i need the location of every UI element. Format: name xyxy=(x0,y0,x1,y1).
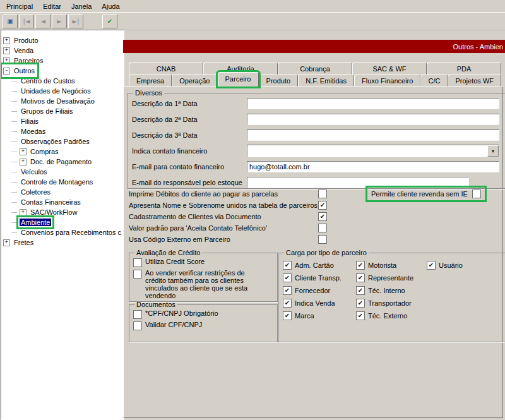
menu-item-ajuda[interactable]: Ajuda xyxy=(97,1,124,11)
check-item: *CPF/CNPJ Obrigatório xyxy=(133,309,273,319)
carga-columns: ✔Adm. Cartão✔Cliente Transp.✔Fornecedor✔… xyxy=(283,258,505,322)
checkbox-label: Usuário xyxy=(439,261,463,269)
input-e-mail-do-responsavel-pelo-estoque[interactable] xyxy=(247,177,469,188)
tree-item-doc-de-pagamento[interactable]: +Doc. de Pagamento xyxy=(3,157,93,167)
tree-item-outros[interactable]: -Outros xyxy=(3,66,36,76)
tree-item-label: Centro de Custos xyxy=(20,77,76,85)
checkbox-label: Adm. Cartão xyxy=(295,261,334,269)
menu-item-principal[interactable]: Principal xyxy=(1,1,38,11)
checkbox-imprime-debitos-do-cliente-ao-pagar-as-parcelas[interactable] xyxy=(318,189,327,198)
checkbox-adm-cartao[interactable]: ✔ xyxy=(283,261,292,270)
tab-operacao[interactable]: Operação xyxy=(172,75,217,87)
last-record-button[interactable]: ►| xyxy=(68,15,83,28)
tree-connector xyxy=(11,91,17,92)
menu-item-editar[interactable]: Editar xyxy=(38,1,66,11)
expand-icon[interactable]: + xyxy=(20,159,27,165)
checkbox-tec-externo[interactable]: ✔ xyxy=(356,311,365,320)
tab-projetos-wf[interactable]: Projetos WF xyxy=(448,75,501,87)
checkbox-transportador[interactable]: ✔ xyxy=(356,299,365,308)
tree-item-centro-de-custos[interactable]: Centro de Custos xyxy=(3,76,76,86)
tree-item-ambiente[interactable]: Ambiente xyxy=(3,217,51,227)
input-descricao-da-1-data[interactable] xyxy=(247,98,499,109)
tree-item-veiculos[interactable]: Veículos xyxy=(3,167,49,177)
first-record-button[interactable]: |◄ xyxy=(19,15,34,28)
tree-item-label: Moedas xyxy=(20,128,47,135)
checkbox-motorista[interactable]: ✔ xyxy=(356,261,365,270)
new-record-button[interactable]: ▣ xyxy=(3,15,18,28)
tab-sac-wf[interactable]: SAC & WF xyxy=(352,63,427,75)
combo-input[interactable] xyxy=(247,145,487,157)
menu-item-janela[interactable]: Janela xyxy=(66,1,97,11)
checkbox-indica-venda[interactable]: ✔ xyxy=(283,299,292,308)
checkbox-label: Transportador xyxy=(368,299,412,307)
checkbox-usuario[interactable]: ✔ xyxy=(427,261,436,270)
tree-item-convenios-para-recebimentos-c[interactable]: Convenios para Recebimentos c xyxy=(3,227,122,237)
tab-c-c[interactable]: C/C xyxy=(420,75,448,87)
expand-icon[interactable]: + xyxy=(3,47,10,54)
tree-item-motivos-de-desativacao[interactable]: Motivos de Desativação xyxy=(3,96,96,106)
tree-item-venda[interactable]: +Venda xyxy=(3,45,35,56)
tree-item-moedas[interactable]: Moedas xyxy=(3,126,47,136)
tree-item-produto[interactable]: +Produto xyxy=(3,35,40,45)
expand-icon[interactable]: + xyxy=(20,209,27,216)
dropdown-arrow-icon[interactable]: ▼ xyxy=(487,145,499,157)
tree-item-coletores[interactable]: Coletores xyxy=(3,187,52,197)
field-label: Descrição da 2ª Data xyxy=(132,116,247,123)
checkbox-cadastramento-de-clientes-via-documento[interactable]: ✔ xyxy=(318,212,327,221)
tree-item-contas-financeiras[interactable]: Contas Financeiras xyxy=(3,197,82,207)
input-descricao-da-2-data[interactable] xyxy=(247,114,499,125)
tab-row-front: EmpresaOperaçãoParceiroProdutoN.F. Emiti… xyxy=(129,75,501,87)
check-item: ✔Téc. Externo xyxy=(356,309,427,322)
checkbox-fornecedor[interactable]: ✔ xyxy=(283,286,292,295)
confirm-button[interactable]: ✔ xyxy=(102,15,117,28)
tab-parceiro[interactable]: Parceiro xyxy=(218,72,259,87)
tab-fluxo-financeiro[interactable]: Fluxo Financeiro xyxy=(354,75,420,87)
tree-item-controle-de-montagens[interactable]: Controle de Montagens xyxy=(3,177,94,187)
prior-record-button[interactable]: ◄ xyxy=(35,15,50,28)
input-e-mail-para-contato-financeiro[interactable] xyxy=(247,161,499,172)
expand-icon[interactable]: + xyxy=(3,37,10,44)
tab-pda[interactable]: PDA xyxy=(427,63,501,75)
checkbox-ao-vender-verificar-restricoes-de-credito-tambem-para-os-clientes-vinculados-ao-cliente-que-se-esta-vendendo[interactable] xyxy=(133,270,142,279)
main-panel: Outros - Ambien CNABAuditoriaCobrançaSAC… xyxy=(121,30,505,420)
tree-item-grupos-de-filiais[interactable]: Grupos de Filiais xyxy=(3,106,74,116)
combo-indica-contato-financeiro[interactable]: ▼ xyxy=(247,145,499,157)
collapse-icon[interactable]: - xyxy=(3,68,10,75)
tree-item-unidades-de-negocios[interactable]: Unidades de Negócios xyxy=(3,86,92,96)
option-row: Valor padrão para 'Aceita Contato Telefô… xyxy=(129,222,499,233)
tree-item-compras[interactable]: +Compras xyxy=(3,147,60,157)
checkbox-apresenta-nome-e-sobrenome-unidos-na-tabela-de-parceiros[interactable]: ✔ xyxy=(318,201,327,210)
expand-icon[interactable]: + xyxy=(3,57,10,64)
tree-connector xyxy=(11,121,17,122)
tab-cnab[interactable]: CNAB xyxy=(129,63,203,75)
expand-icon[interactable]: + xyxy=(3,239,10,246)
tree-item-filiais[interactable]: Filiais xyxy=(3,116,40,126)
tree-item-observacoes-padroes[interactable]: Observações Padrões xyxy=(3,136,91,147)
tab-empresa[interactable]: Empresa xyxy=(129,75,172,87)
checkbox-usa-codigo-externo-em-parceiro[interactable] xyxy=(318,235,327,244)
tab-produto[interactable]: Produto xyxy=(259,75,299,87)
menu-bar: PrincipalEditarJanelaAjuda xyxy=(0,0,505,13)
tree-item-fretes[interactable]: +Fretes xyxy=(3,237,35,248)
tree-item-sac-workflow[interactable]: +SAC/WorkFlow xyxy=(3,207,78,217)
checkbox-valor-padrao-para-aceita-contato-telefonico[interactable] xyxy=(318,224,327,232)
input-descricao-da-3-data[interactable] xyxy=(247,129,499,141)
tab-n-f-emitidas[interactable]: N.F. Emitidas xyxy=(298,75,354,87)
checkbox-permite-cliente-revenda-sem-ie[interactable] xyxy=(472,189,481,198)
checkbox-validar-cpf-cnpj[interactable] xyxy=(133,321,142,330)
expand-icon[interactable]: + xyxy=(20,148,27,155)
checkbox-representante[interactable]: ✔ xyxy=(356,273,365,282)
checkbox-utiliza-credit-score[interactable] xyxy=(133,258,142,267)
tree-item-parceiros[interactable]: +Parceiros xyxy=(3,56,44,66)
next-record-button[interactable]: ► xyxy=(52,15,67,28)
tree-item-label: Observações Padrões xyxy=(20,138,91,145)
tab-cobranca[interactable]: Cobrança xyxy=(278,63,352,75)
parceiro-tab-page: Diversos Descrição da 1ª DataDescrição d… xyxy=(123,87,503,418)
checkbox-marca[interactable]: ✔ xyxy=(283,311,292,320)
check-item: ✔Transportador xyxy=(356,297,427,309)
checkbox-tec-interno[interactable]: ✔ xyxy=(356,286,365,295)
tree-connector xyxy=(11,162,17,162)
checkbox-cpf-cnpj-obrigatorio[interactable] xyxy=(133,310,142,319)
checkbox-cliente-transp[interactable]: ✔ xyxy=(283,273,292,282)
diversos-fields: Descrição da 1ª DataDescrição da 2ª Data… xyxy=(132,98,505,188)
